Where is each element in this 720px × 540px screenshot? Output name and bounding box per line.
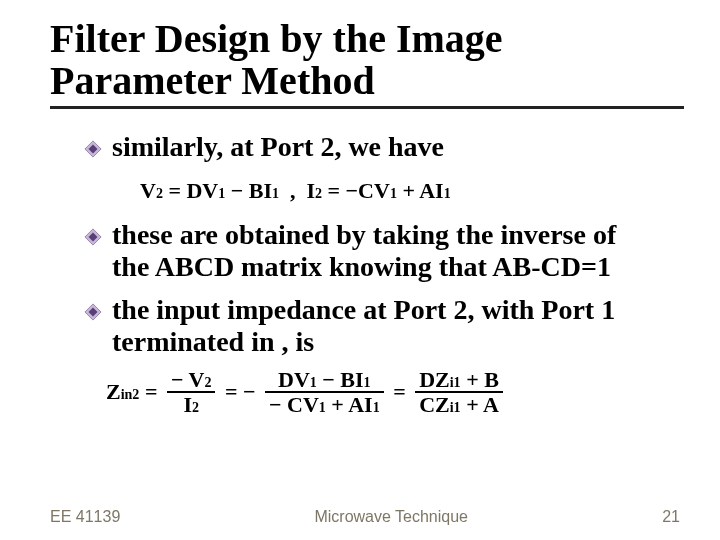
bullet-2-line-1: these are obtained by taking the inverse… (112, 219, 616, 250)
title-underline (50, 106, 684, 109)
bullet-3: the input impedance at Port 2, with Port… (84, 294, 684, 358)
footer: EE 41139 Microwave Technique 21 (50, 508, 680, 526)
formula-2: Zin2 = − V2 I2 = − DV1 − BI1 − CV1 + AI1… (106, 368, 684, 416)
equation-v2-i2: V2 = DV1 − BI1 , I2 = −CV1 + AI1 (140, 178, 451, 203)
slide-title: Filter Design by the Image Parameter Met… (50, 18, 684, 102)
title-line-1: Filter Design by the Image (50, 16, 503, 61)
bullet-1: similarly, at Port 2, we have (84, 131, 684, 163)
slide-body: similarly, at Port 2, we have V2 = DV1 −… (50, 131, 684, 416)
diamond-icon (84, 140, 102, 158)
bullet-2-text: these are obtained by taking the inverse… (112, 219, 684, 283)
bullet-3-line-2: terminated in , is (112, 326, 314, 357)
footer-left: EE 41139 (50, 508, 120, 526)
slide: Filter Design by the Image Parameter Met… (0, 0, 720, 540)
bullet-3-line-1: the input impedance at Port 2, with Port… (112, 294, 615, 325)
bullet-2: these are obtained by taking the inverse… (84, 219, 684, 283)
bullet-3-text: the input impedance at Port 2, with Port… (112, 294, 684, 358)
bullet-2-line-2: the ABCD matrix knowing that AB-CD=1 (112, 251, 611, 282)
footer-center: Microwave Technique (314, 508, 468, 526)
diamond-icon (84, 303, 102, 321)
title-line-2: Parameter Method (50, 58, 375, 103)
footer-right: 21 (662, 508, 680, 526)
formula-1: V2 = DV1 − BI1 , I2 = −CV1 + AI1 (140, 173, 684, 207)
equation-zin2: Zin2 = − V2 I2 = − DV1 − BI1 − CV1 + AI1… (106, 368, 684, 416)
diamond-icon (84, 228, 102, 246)
bullet-1-text: similarly, at Port 2, we have (112, 131, 684, 163)
